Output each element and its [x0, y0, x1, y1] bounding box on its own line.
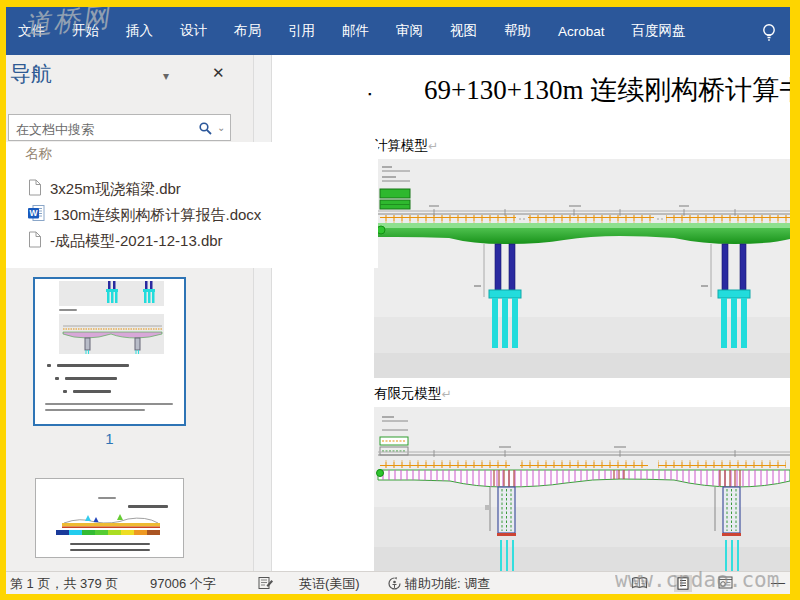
tab-references[interactable]: 引用: [288, 22, 315, 40]
file-list-name-column-header[interactable]: 名称: [25, 145, 52, 163]
tab-review[interactable]: 审阅: [396, 22, 423, 40]
status-bar: 第 1 页，共 379 页 97006 个字 英语(美国) 辅助功能: 调查: [6, 571, 790, 594]
tab-mailings[interactable]: 邮件: [342, 22, 369, 40]
document-title: 69+130+130m 连续刚构桥计算书: [424, 72, 790, 108]
search-options-chevron-down-icon[interactable]: ⌄: [217, 122, 225, 133]
thumbnail-contour-chart: [50, 511, 170, 537]
title-bullet: ▪: [368, 89, 371, 99]
word-count-status[interactable]: 97006 个字: [150, 575, 216, 593]
navigation-pane-scrollbar[interactable]: [253, 55, 272, 571]
file-icon: [28, 179, 42, 200]
page-number-label: 1: [33, 430, 186, 447]
section-heading-calculation-model: 计算模型↵: [374, 137, 438, 155]
navigation-pane-close-icon[interactable]: ✕: [212, 64, 225, 82]
search-placeholder: 在文档中搜索: [16, 121, 94, 139]
frame-border-bottom: [0, 594, 800, 600]
print-layout-button[interactable]: [674, 575, 692, 592]
fe-model-image[interactable]: [374, 407, 790, 571]
proofing-errors-icon[interactable]: [258, 576, 274, 593]
ribbon-tabs: 文件 开始 插入 设计 布局 引用 邮件 审阅 视图 帮助 Acrobat 百度…: [18, 7, 686, 55]
tab-baidu-netdisk[interactable]: 百度网盘: [632, 22, 686, 40]
ribbon-bar: 文件 开始 插入 设计 布局 引用 邮件 审阅 视图 帮助 Acrobat 百度…: [6, 7, 790, 55]
word-file-icon: W: [28, 205, 45, 226]
tell-me-lightbulb-icon[interactable]: [758, 21, 780, 43]
paragraph-mark: ↵: [442, 387, 452, 401]
accessibility-status[interactable]: 辅助功能: 调查: [405, 575, 490, 593]
document-search-input[interactable]: 在文档中搜索 ⌄: [8, 114, 231, 141]
web-layout-button[interactable]: [718, 576, 733, 592]
thumbnail-bridge-image: [59, 314, 164, 354]
tab-view[interactable]: 视图: [450, 22, 477, 40]
zoom-out-button[interactable]: —: [771, 574, 785, 590]
accessibility-icon: [387, 576, 402, 594]
tab-file[interactable]: 文件: [18, 22, 45, 40]
file-name: 3x25m现浇箱梁.dbr: [50, 180, 181, 199]
file-list-overlay: 名称 3x25m现浇箱梁.dbr W 130m连续刚构桥计算报告.docx: [6, 142, 378, 268]
document-page[interactable]: ▪ 69+130+130m 连续刚构桥计算书 计算模型↵: [272, 55, 790, 571]
navigation-pane-menu-chevron-down-icon[interactable]: ▾: [163, 69, 169, 83]
page-2-thumbnail[interactable]: [35, 478, 184, 558]
file-name: -成品模型-2021-12-13.dbr: [50, 232, 223, 251]
paragraph-mark: ↵: [428, 139, 438, 153]
list-item[interactable]: 3x25m现浇箱梁.dbr: [28, 178, 181, 200]
file-icon: [28, 231, 42, 252]
page-count-status[interactable]: 第 1 页，共 379 页: [10, 575, 118, 593]
tab-design[interactable]: 设计: [180, 22, 207, 40]
tab-help[interactable]: 帮助: [504, 22, 531, 40]
language-status[interactable]: 英语(美国): [299, 575, 360, 593]
tab-insert[interactable]: 插入: [126, 22, 153, 40]
navigation-pane-title: 导航: [10, 60, 52, 88]
list-item[interactable]: -成品模型-2021-12-13.dbr: [28, 230, 223, 252]
svg-text:W: W: [29, 208, 38, 218]
thumbnail-pier-image: [59, 281, 164, 306]
file-name: 130m连续刚构桥计算报告.docx: [53, 206, 261, 225]
read-mode-button[interactable]: [631, 576, 648, 593]
tab-acrobat[interactable]: Acrobat: [558, 24, 605, 39]
word-window: 文件 开始 插入 设计 布局 引用 邮件 审阅 视图 帮助 Acrobat 百度…: [0, 0, 800, 600]
page-1-thumbnail[interactable]: [33, 277, 186, 426]
frame-border-left: [0, 0, 6, 600]
calculation-model-image[interactable]: [374, 159, 790, 378]
frame-border-right: [790, 0, 800, 600]
list-item[interactable]: W 130m连续刚构桥计算报告.docx: [28, 204, 261, 226]
frame-border-top: [0, 0, 800, 7]
tab-layout[interactable]: 布局: [234, 22, 261, 40]
search-icon[interactable]: [198, 121, 213, 140]
tab-home[interactable]: 开始: [72, 22, 99, 40]
section-heading-fe-model: 有限元模型↵: [374, 385, 452, 403]
